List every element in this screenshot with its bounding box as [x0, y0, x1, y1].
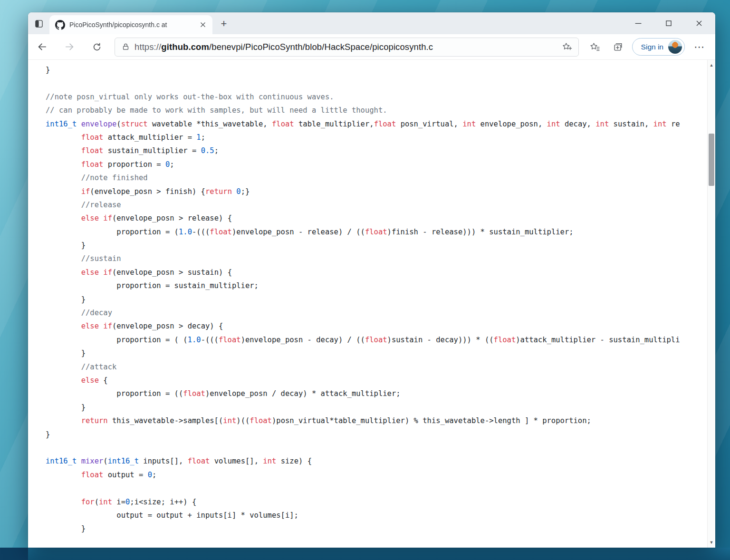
- code-line: return this_wavetable->samples[(int)((fl…: [46, 414, 715, 427]
- url-scheme: https://: [134, 42, 161, 52]
- code-line: float proportion = 0;: [46, 158, 715, 171]
- scroll-up-icon: ▲: [710, 63, 714, 68]
- address-bar[interactable]: https://github.com/benevpi/PicoPicoSynth…: [115, 38, 579, 57]
- collections-icon: [613, 42, 623, 52]
- page-content: } //note posn_virtual only works out-the…: [28, 60, 715, 548]
- tab-title: PicoPicoSynth/picopicosynth.c at: [69, 21, 197, 29]
- add-favorite-icon: [562, 42, 572, 52]
- code-line: }: [46, 428, 715, 441]
- code-line: int16_t envelope(struct wavetable *this_…: [46, 117, 715, 131]
- maximize-button[interactable]: [653, 14, 684, 33]
- code-line: //note finished: [46, 171, 715, 184]
- code-line: output = output + inputs[i] * volumes[i]…: [46, 509, 715, 522]
- favorites-button[interactable]: [584, 37, 606, 58]
- url-text: https://github.com/benevpi/PicoPicoSynth…: [134, 42, 558, 52]
- code-line: else {: [46, 374, 715, 387]
- tab-actions-button[interactable]: [33, 18, 45, 30]
- url-path: /benevpi/PicoPicoSynth/blob/HackSpace/pi…: [209, 42, 433, 52]
- code-line: // can probably be made to work with sam…: [46, 104, 715, 117]
- lock-icon: [122, 43, 130, 51]
- new-tab-button[interactable]: +: [218, 18, 230, 30]
- add-favorite-button[interactable]: [558, 39, 576, 56]
- code-line: }: [46, 347, 715, 360]
- code-line: proportion = sustain_multiplier;: [46, 279, 715, 292]
- refresh-button[interactable]: [83, 37, 111, 58]
- code-line: //note posn_virtual only works out-the-b…: [46, 90, 715, 104]
- back-icon: [37, 41, 48, 52]
- github-logo-icon: [55, 20, 65, 30]
- scroll-down-button[interactable]: ▼: [708, 540, 715, 545]
- favorites-icon: [590, 42, 600, 52]
- code-line: [46, 77, 715, 90]
- taskbar: [0, 548, 730, 560]
- close-window-button[interactable]: [684, 14, 714, 33]
- back-button[interactable]: [28, 37, 56, 58]
- window-controls: [623, 12, 714, 34]
- scrollbar-thumb[interactable]: [709, 134, 714, 186]
- avatar: [668, 40, 682, 54]
- code-line: proportion = (1.0-(((float)envelope_posn…: [46, 225, 715, 239]
- code-line: for(int i=0;i<size; i++) {: [46, 495, 715, 509]
- forward-button[interactable]: [56, 37, 83, 58]
- code-line: //attack: [46, 360, 715, 374]
- more-icon: ⋯: [694, 42, 704, 52]
- code-line: float attack_multiplier = 1;: [46, 131, 715, 144]
- code-line: proportion = ( (1.0-(((float)envelope_po…: [46, 333, 715, 347]
- close-icon: [694, 18, 704, 29]
- code-line: else if(envelope_posn > release) {: [46, 212, 715, 225]
- code-line: }: [46, 63, 715, 77]
- code-line: //decay: [46, 306, 715, 319]
- sign-in-button[interactable]: Sign in: [632, 38, 685, 56]
- code-line: else if(envelope_posn > sustain) {: [46, 266, 715, 279]
- new-tab-icon: +: [221, 19, 227, 29]
- scroll-down-icon: ▼: [710, 540, 714, 545]
- code-line: proportion = ((float)envelope_posn / dec…: [46, 387, 715, 400]
- forward-icon: [64, 41, 75, 52]
- collections-button[interactable]: [606, 37, 629, 58]
- vertical-scrollbar[interactable]: ▲ ▼: [707, 60, 715, 548]
- code-line: //release: [46, 198, 715, 212]
- maximize-icon: [663, 18, 674, 29]
- code-line: }: [46, 293, 715, 306]
- tab-actions-icon: [34, 19, 44, 29]
- settings-more-button[interactable]: ⋯: [688, 37, 711, 58]
- code-line: float output = 0;: [46, 468, 715, 482]
- code-line: }: [46, 522, 715, 535]
- code-line: }: [46, 239, 715, 252]
- code-line: else if(envelope_posn > decay) {: [46, 319, 715, 333]
- taskbar-corner: [0, 548, 28, 560]
- code-block: } //note posn_virtual only works out-the…: [46, 63, 715, 536]
- browser-toolbar: https://github.com/benevpi/PicoPicoSynth…: [28, 34, 715, 60]
- browser-window: PicoPicoSynth/picopicosynth.c at +: [28, 12, 715, 548]
- scroll-up-button[interactable]: ▲: [708, 62, 715, 68]
- minimize-button[interactable]: [623, 14, 653, 33]
- code-line: [46, 482, 715, 495]
- code-line: int16_t mixer(int16_t inputs[], float vo…: [46, 454, 715, 468]
- code-line: [46, 441, 715, 454]
- tab-picopicosynth[interactable]: PicoPicoSynth/picopicosynth.c at: [49, 15, 212, 34]
- url-domain: github.com: [161, 42, 209, 52]
- refresh-icon: [92, 42, 102, 52]
- code-line: //sustain: [46, 252, 715, 265]
- tab-strip: PicoPicoSynth/picopicosynth.c at +: [28, 12, 715, 34]
- sign-in-label: Sign in: [641, 43, 663, 51]
- code-line: float sustain_multiplier = 0.5;: [46, 144, 715, 157]
- code-line: if(envelope_posn > finish) {return 0;}: [46, 185, 715, 198]
- tab-close-button[interactable]: [197, 19, 209, 30]
- code-line: }: [46, 401, 715, 414]
- minimize-icon: [633, 18, 644, 29]
